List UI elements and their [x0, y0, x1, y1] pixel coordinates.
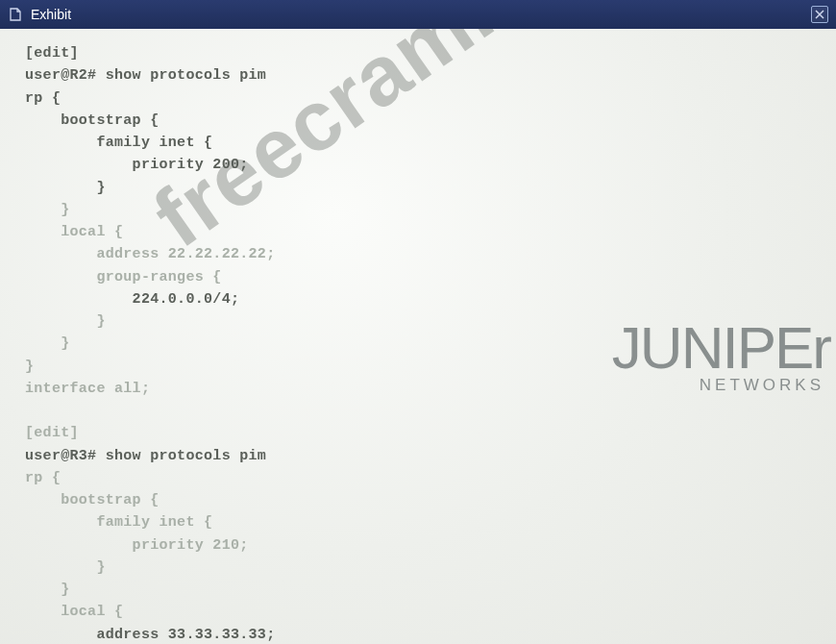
- exhibit-window: Exhibit [edit] user@R2# show protocols p…: [0, 0, 836, 644]
- code-line: }: [25, 582, 70, 598]
- code-line: rp {: [25, 470, 61, 486]
- window-title: Exhibit: [31, 7, 811, 22]
- code-line: address 33.33.33.33;: [25, 627, 275, 643]
- code-line: local {: [25, 604, 123, 620]
- code-line: group-ranges {: [25, 269, 222, 285]
- code-line: user@R2# show protocols pim: [25, 67, 266, 84]
- code-line: }: [25, 180, 106, 196]
- code-line: }: [25, 313, 106, 330]
- code-line: [edit]: [25, 45, 79, 62]
- code-line: priority 200;: [25, 157, 249, 173]
- code-line: priority 210;: [25, 537, 249, 554]
- code-line: }: [25, 202, 70, 218]
- code-line: }: [25, 359, 34, 375]
- close-icon: [815, 10, 824, 19]
- code-line: local {: [25, 224, 123, 240]
- terminal-output: [edit] user@R2# show protocols pim rp { …: [25, 42, 811, 644]
- code-line: [edit]: [25, 425, 79, 441]
- code-line: bootstrap {: [25, 492, 160, 508]
- code-line: family inet {: [25, 514, 212, 531]
- code-line: family inet {: [25, 135, 212, 151]
- close-button[interactable]: [811, 6, 828, 23]
- code-line: bootstrap {: [25, 112, 160, 129]
- code-line: interface all;: [25, 381, 150, 397]
- code-line: address 22.22.22.22;: [25, 246, 275, 262]
- code-line: }: [25, 559, 106, 576]
- document-icon: [8, 7, 23, 22]
- content-area: [edit] user@R2# show protocols pim rp { …: [0, 29, 836, 644]
- code-line: rp {: [25, 90, 61, 107]
- titlebar: Exhibit: [0, 0, 836, 29]
- code-line: user@R3# show protocols pim: [25, 448, 266, 464]
- code-line: }: [25, 335, 70, 352]
- code-line: 224.0.0.0/4;: [25, 291, 239, 308]
